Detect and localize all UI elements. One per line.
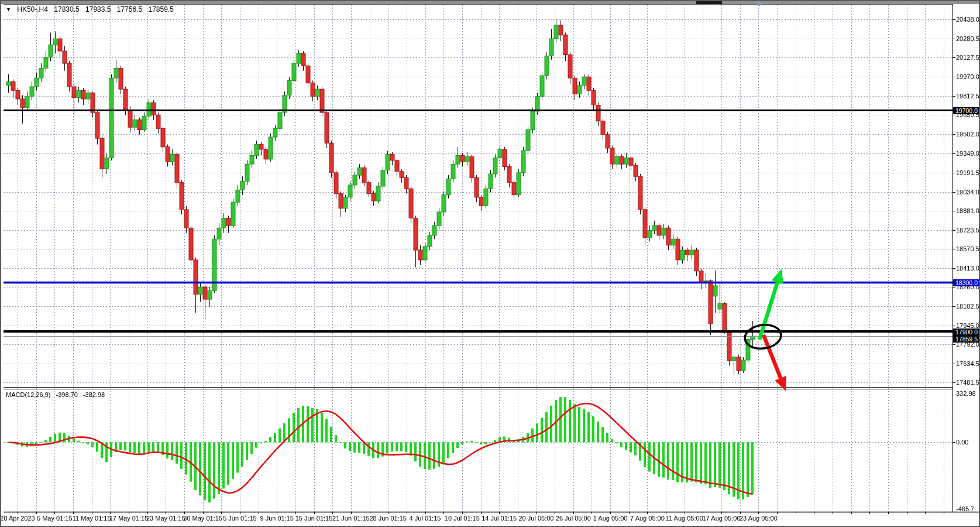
mt4-chart-window: ▼ HK50-,H4 17830.5 17983.5 17756.5 17859… bbox=[0, 0, 980, 527]
high-value: 17983.5 bbox=[85, 5, 111, 13]
price-tag-19700: 19700.0 bbox=[953, 107, 980, 114]
low-value: 17756.5 bbox=[117, 5, 142, 13]
price-axis-label: 19812.5 bbox=[956, 93, 979, 100]
price-axis-label: 18881.0 bbox=[956, 207, 979, 214]
ohlc-info-bar: ▼ HK50-,H4 17830.5 17983.5 17756.5 17859… bbox=[6, 5, 178, 13]
price-axis-label: 19970.0 bbox=[956, 73, 979, 80]
time-axis-label: 23 Aug 05:00 bbox=[732, 515, 785, 522]
macd-axis-max: 332.98 bbox=[956, 390, 976, 397]
macd-axis-min: -465.7 bbox=[956, 505, 974, 512]
price-axis-label: 18723.5 bbox=[956, 227, 979, 234]
chart-canvas[interactable] bbox=[1, 1, 980, 527]
macd-value: -398.70 bbox=[56, 391, 77, 398]
close-value: 17859.5 bbox=[149, 5, 174, 13]
macd-axis-zero: 0.00 bbox=[956, 439, 968, 446]
price-axis-label: 19502.0 bbox=[956, 131, 979, 138]
price-axis-label: 19191.5 bbox=[956, 169, 979, 176]
price-axis-label: 17634.5 bbox=[956, 360, 979, 367]
macd-name: MACD(12,26,9) bbox=[6, 391, 50, 398]
price-tag-18300: 18300.0 bbox=[953, 279, 980, 286]
symbol-dropdown-icon[interactable]: ▼ bbox=[6, 6, 11, 12]
price-axis-label: 18102.5 bbox=[956, 303, 979, 310]
macd-indicator-label: MACD(12,26,9) -398.70 -382.98 bbox=[6, 391, 108, 398]
open-value: 17830.5 bbox=[54, 5, 79, 13]
price-axis-label: 17481.5 bbox=[956, 379, 979, 386]
price-axis-label: 20438.0 bbox=[956, 16, 979, 23]
scrollbar-thumb[interactable] bbox=[696, 1, 722, 4]
horizontal-scrollbar[interactable] bbox=[1, 1, 979, 4]
price-axis-label: 20127.5 bbox=[956, 54, 979, 61]
price-tag-17900: 17900.0 bbox=[953, 328, 980, 336]
price-tag-17859.5: 17859.5 bbox=[953, 336, 980, 343]
chart-shift-marker-icon[interactable] bbox=[756, 2, 763, 6]
macd-signal-value: -382.98 bbox=[83, 391, 105, 398]
price-axis-label: 18413.0 bbox=[956, 265, 979, 272]
price-axis-label: 18570.5 bbox=[956, 245, 979, 252]
price-axis-label: 19349.0 bbox=[956, 150, 979, 157]
price-axis-label: 20280.5 bbox=[956, 35, 979, 42]
price-axis-label: 19034.0 bbox=[956, 189, 979, 196]
symbol-period-label: HK50-,H4 bbox=[17, 5, 48, 13]
